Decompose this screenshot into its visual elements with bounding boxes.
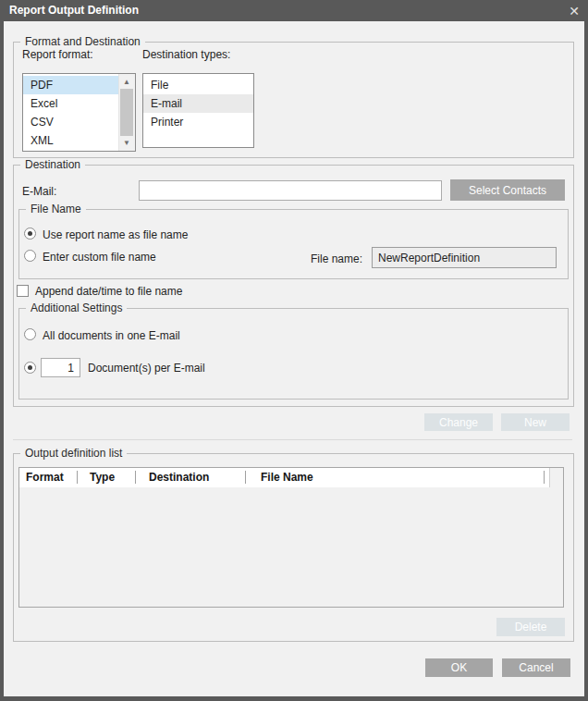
list-item-csv[interactable]: CSV [23,113,118,131]
column-separator[interactable] [544,471,545,484]
section-divider [13,439,572,440]
use-report-name-radio[interactable] [24,228,36,240]
group-label: Destination [20,158,85,172]
list-item-email[interactable]: E-mail [143,94,253,113]
select-contacts-button[interactable]: Select Contacts [450,179,565,201]
dialog-content: Format and Destination Report format: De… [4,21,584,696]
report-output-definition-dialog: Report Output Definition ✕ Format and De… [0,0,588,701]
append-datetime-label: Append date/time to file name [35,285,182,298]
delete-button[interactable]: Delete [496,618,565,636]
email-label: E-Mail: [22,185,56,198]
column-header-type[interactable]: Type [90,468,115,486]
group-file-name: File Name [18,209,569,279]
title-bar: Report Output Definition ✕ [0,0,588,21]
documents-per-email-radio[interactable] [24,362,36,374]
documents-per-email-label: Document(s) per E-mail [88,362,205,375]
report-format-items: PDF Excel CSV XML [23,74,118,151]
new-button[interactable]: New [501,413,570,431]
enter-custom-name-radio[interactable] [24,250,36,262]
column-header-destination[interactable]: Destination [149,468,209,486]
table-scrollbar-strip [549,468,563,487]
report-format-scrollbar[interactable]: ▲ ▼ [118,74,135,151]
ok-button[interactable]: OK [425,658,493,677]
list-item-file[interactable]: File [143,76,253,94]
documents-per-email-input[interactable] [41,358,80,377]
table-body-empty [19,487,563,607]
scroll-up-icon[interactable]: ▲ [119,75,134,89]
list-item-printer[interactable]: Printer [143,113,253,131]
column-header-file-name[interactable]: File Name [261,468,313,486]
table-header-row: Format Type Destination File Name [19,468,550,488]
group-label: File Name [26,203,86,216]
enter-custom-name-label: Enter custom file name [43,251,156,264]
all-documents-radio[interactable] [24,328,36,340]
list-item-excel[interactable]: Excel [23,94,118,113]
change-button[interactable]: Change [424,413,493,431]
file-name-input[interactable] [372,247,557,268]
destination-types-label: Destination types: [142,48,230,61]
list-item-pdf[interactable]: PDF [23,76,118,94]
report-format-list[interactable]: PDF Excel CSV XML ▲ ▼ [22,73,136,152]
column-separator[interactable] [77,471,78,484]
group-label: Format and Destination [20,35,145,49]
scroll-down-icon[interactable]: ▼ [119,136,134,150]
email-input[interactable] [139,180,442,201]
all-documents-label: All documents in one E-mail [43,329,180,342]
close-icon[interactable]: ✕ [566,3,582,19]
list-item-xml[interactable]: XML [23,131,118,150]
destination-type-items: File E-mail Printer [143,74,253,147]
destination-types-list[interactable]: File E-mail Printer [142,73,254,148]
group-label: Output definition list [20,447,127,461]
group-additional-settings: Additional Settings [18,308,569,400]
dialog-title: Report Output Definition [9,0,139,21]
append-datetime-checkbox[interactable] [17,285,29,297]
cancel-button[interactable]: Cancel [502,658,570,677]
column-separator[interactable] [245,471,246,484]
use-report-name-label: Use report name as file name [43,228,188,241]
column-separator[interactable] [135,471,136,484]
column-header-format[interactable]: Format [26,468,64,486]
scrollbar-thumb[interactable] [120,89,133,136]
output-definition-table[interactable]: Format Type Destination File Name [18,467,564,608]
file-name-label: File name: [311,252,362,265]
group-label: Additional Settings [26,301,127,315]
report-format-label: Report format: [22,48,93,61]
